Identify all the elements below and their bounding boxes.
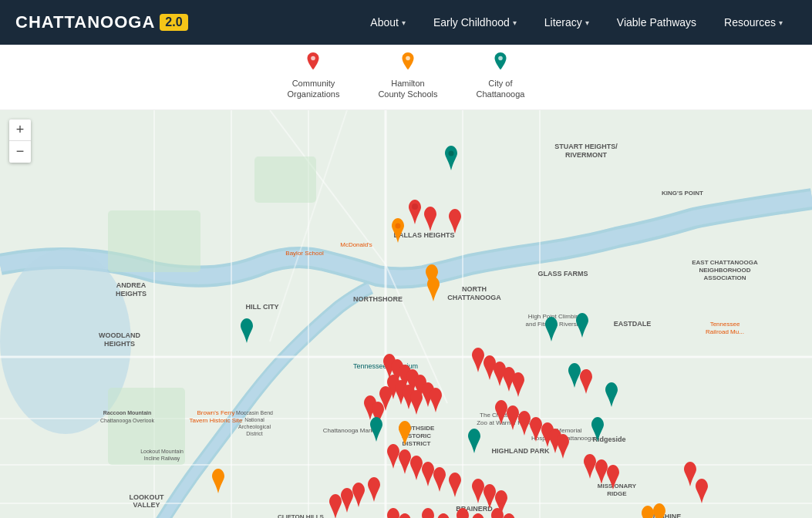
svg-text:EASTDALE: EASTDALE	[614, 320, 652, 328]
svg-text:WOODLAND: WOODLAND	[99, 331, 140, 339]
svg-text:DALLAS HEIGHTS: DALLAS HEIGHTS	[393, 231, 454, 239]
map-background: WOODLAND HEIGHTS HILL CITY NORTHSHORE NO…	[0, 110, 812, 518]
svg-text:NORTH: NORTH	[462, 285, 487, 293]
svg-text:KING'S POINT: KING'S POINT	[662, 190, 703, 197]
svg-text:Moccasin Bend: Moccasin Bend	[236, 410, 273, 415]
svg-text:CLIFTON HILLS: CLIFTON HILLS	[278, 513, 325, 518]
svg-rect-19	[108, 210, 200, 272]
svg-point-2	[498, 56, 503, 61]
svg-text:CHATTANOOGA: CHATTANOOGA	[447, 294, 501, 301]
svg-text:Tennessee: Tennessee	[710, 321, 740, 328]
svg-text:National: National	[244, 417, 264, 422]
svg-point-85	[449, 150, 454, 156]
chevron-down-icon: ▾	[402, 18, 406, 27]
svg-text:ANDREA: ANDREA	[116, 281, 147, 289]
svg-text:Chattanooga Overlook: Chattanooga Overlook	[100, 418, 155, 424]
svg-text:RIDGE: RIDGE	[607, 490, 627, 497]
svg-point-1	[406, 56, 410, 61]
svg-text:Raccoon Mountain: Raccoon Mountain	[103, 410, 152, 415]
logo[interactable]: CHATTANOOGA 2.0	[15, 12, 188, 32]
svg-text:Chattanooga Market: Chattanooga Market	[323, 427, 379, 434]
nav-early-childhood[interactable]: Early Childhood ▾	[419, 0, 531, 45]
svg-text:LOOKOUT: LOOKOUT	[130, 493, 164, 501]
chevron-down-icon: ▾	[513, 18, 517, 27]
svg-text:NEIGHBORHOOD: NEIGHBORHOOD	[699, 267, 750, 274]
nav-viable-pathways[interactable]: Viable Pathways	[603, 0, 710, 45]
svg-text:Railroad Mu...: Railroad Mu...	[706, 328, 744, 335]
svg-text:Brown's Ferry: Brown's Ferry	[197, 409, 234, 416]
svg-text:STUART HEIGHTS/: STUART HEIGHTS/	[554, 143, 618, 150]
svg-text:Baylor School: Baylor School	[285, 250, 324, 257]
svg-text:RIVERMONT: RIVERMONT	[565, 151, 608, 159]
legend-community-orgs-label: CommunityOrganizations	[288, 78, 340, 100]
zoom-in-button[interactable]: +	[9, 119, 31, 141]
svg-text:HEIGHTS: HEIGHTS	[104, 340, 135, 348]
svg-text:HEIGHTS: HEIGHTS	[116, 290, 147, 298]
legend-bar: CommunityOrganizations HamiltonCounty Sc…	[0, 45, 812, 110]
svg-text:District: District	[246, 431, 262, 436]
header: CHATTANOOGA 2.0 About ▾ Early Childhood …	[0, 0, 812, 45]
svg-text:Incline Railway: Incline Railway	[144, 456, 180, 462]
svg-point-0	[312, 56, 316, 61]
map-svg: WOODLAND HEIGHTS HILL CITY NORTHSHORE NO…	[0, 110, 812, 518]
map-controls: + −	[9, 119, 31, 163]
legend-city-label: City ofChattanooga	[476, 78, 524, 100]
main-nav: About ▾ Early Childhood ▾ Literacy ▾ Via…	[356, 0, 797, 45]
nav-literacy[interactable]: Literacy ▾	[531, 0, 603, 45]
svg-text:Archeological: Archeological	[238, 424, 271, 430]
svg-text:GLASS FARMS: GLASS FARMS	[537, 270, 588, 278]
nav-about[interactable]: About ▾	[356, 0, 419, 45]
orange-pin-icon	[399, 52, 417, 76]
chevron-down-icon: ▾	[779, 18, 783, 27]
svg-text:VALLEY: VALLEY	[133, 501, 160, 509]
svg-text:MISSIONARY: MISSIONARY	[598, 483, 637, 489]
svg-rect-20	[254, 156, 316, 203]
svg-text:ASSOCIATION: ASSOCIATION	[704, 274, 746, 281]
svg-text:McDonald's: McDonald's	[340, 241, 372, 248]
teal-pin-icon	[491, 52, 510, 76]
logo-badge: 2.0	[160, 14, 187, 31]
svg-point-83	[412, 204, 418, 210]
svg-text:HILL CITY: HILL CITY	[246, 303, 279, 311]
svg-text:HIGHLAND PARK: HIGHLAND PARK	[492, 447, 550, 455]
svg-text:DISTRICT: DISTRICT	[403, 440, 431, 447]
legend-hamilton-schools: HamiltonCounty Schools	[378, 52, 437, 100]
chevron-down-icon: ▾	[585, 18, 589, 27]
legend-hamilton-schools-label: HamiltonCounty Schools	[378, 78, 437, 100]
logo-text: CHATTANOOGA	[15, 12, 155, 32]
svg-text:Lookout Mountain: Lookout Mountain	[140, 449, 184, 454]
legend-community-orgs: CommunityOrganizations	[288, 52, 340, 100]
svg-text:EAST CHATTANOOGA: EAST CHATTANOOGA	[692, 259, 758, 266]
red-pin-icon	[304, 52, 322, 76]
svg-text:NORTHSHORE: NORTHSHORE	[353, 295, 403, 303]
zoom-out-button[interactable]: −	[9, 141, 31, 163]
legend-city-chattanooga: City ofChattanooga	[476, 52, 524, 100]
nav-resources[interactable]: Resources ▾	[710, 0, 797, 45]
svg-point-84	[396, 223, 401, 228]
map-container[interactable]: WOODLAND HEIGHTS HILL CITY NORTHSHORE NO…	[0, 110, 812, 518]
svg-text:Tavern Historic Site: Tavern Historic Site	[190, 417, 243, 424]
